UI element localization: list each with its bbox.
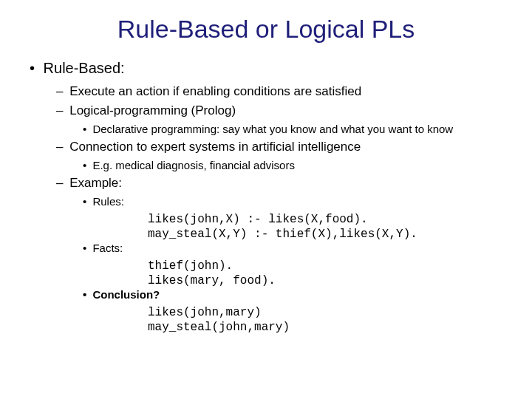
bullet-facts-label: Facts: bbox=[83, 242, 502, 254]
code-rules-2: may_steal(X,Y) :- thief(X),likes(X,Y). bbox=[148, 227, 502, 242]
bullet-example-text: Example: bbox=[69, 176, 122, 190]
bullet-connection: Connection to expert systems in artifici… bbox=[56, 140, 502, 154]
code-facts-2: likes(mary, food). bbox=[148, 273, 502, 288]
bullet-eg-text: E.g. medical diagnosis, financial adviso… bbox=[92, 159, 294, 171]
bullet-rule-based: Rule-Based: bbox=[30, 60, 502, 77]
bullet-connection-text: Connection to expert systems in artifici… bbox=[69, 140, 361, 154]
bullet-example: Example: bbox=[56, 176, 502, 191]
code-conclusion-1: likes(john,mary) bbox=[148, 305, 502, 320]
bullet-rules-label: Rules: bbox=[83, 195, 502, 208]
bullet-facts-label-text: Facts: bbox=[92, 242, 123, 254]
bullet-execute: Execute an action if enabling conditions… bbox=[56, 84, 502, 99]
bullet-declarative-text: Declarative programming: say what you kn… bbox=[92, 123, 453, 135]
bullet-conclusion-label: Conclusion? bbox=[83, 288, 502, 301]
bullet-rule-based-text: Rule-Based: bbox=[44, 60, 125, 76]
code-conclusion-2: may_steal(john,mary) bbox=[148, 320, 502, 335]
bullet-logical-text: Logical-programming (Prolog) bbox=[69, 103, 236, 117]
bullet-logical: Logical-programming (Prolog) bbox=[56, 103, 502, 118]
bullet-conclusion-label-text: Conclusion? bbox=[92, 288, 160, 301]
bullet-rules-label-text: Rules: bbox=[92, 195, 124, 208]
bullet-eg: E.g. medical diagnosis, financial adviso… bbox=[83, 159, 502, 171]
slide-title: Rule-Based or Logical PLs bbox=[30, 15, 502, 44]
code-rules-1: likes(john,X) :- likes(X,food). bbox=[148, 212, 502, 227]
bullet-declarative: Declarative programming: say what you kn… bbox=[83, 123, 502, 135]
bullet-execute-text: Execute an action if enabling conditions… bbox=[69, 84, 361, 98]
code-facts-1: thief(john). bbox=[148, 259, 502, 273]
